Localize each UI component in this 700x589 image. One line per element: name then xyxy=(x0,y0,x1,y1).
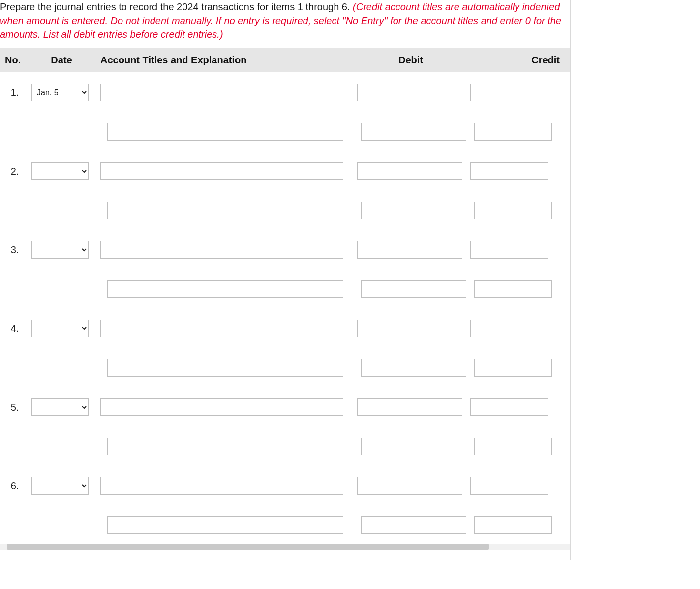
header-no: No. xyxy=(0,55,30,66)
journal-entry-5-line-2 xyxy=(0,438,570,455)
debit-input[interactable] xyxy=(357,241,462,259)
account-input[interactable] xyxy=(107,202,343,219)
account-input[interactable] xyxy=(100,241,343,259)
horizontal-scrollbar[interactable] xyxy=(0,544,570,550)
header-date: Date xyxy=(30,55,93,66)
credit-input[interactable] xyxy=(470,84,548,101)
debit-input[interactable] xyxy=(357,84,462,101)
debit-input[interactable] xyxy=(357,320,462,337)
account-input[interactable] xyxy=(100,162,343,180)
date-select[interactable] xyxy=(31,398,89,416)
header-debit: Debit xyxy=(354,55,467,66)
entry-number: 5. xyxy=(0,402,30,413)
account-input[interactable] xyxy=(107,516,343,534)
date-select[interactable] xyxy=(31,320,89,337)
journal-entry-3-line-2 xyxy=(0,280,570,298)
credit-input[interactable] xyxy=(470,162,548,180)
header-account: Account Titles and Explanation xyxy=(93,55,354,66)
account-input[interactable] xyxy=(107,359,343,377)
debit-input[interactable] xyxy=(361,516,466,534)
account-input[interactable] xyxy=(100,477,343,495)
journal-entry-4-line-1: 4. xyxy=(0,320,570,337)
debit-input[interactable] xyxy=(357,162,462,180)
credit-input[interactable] xyxy=(474,359,552,377)
credit-input[interactable] xyxy=(474,280,552,298)
entry-number: 6. xyxy=(0,480,30,492)
account-input[interactable] xyxy=(100,398,343,416)
debit-input[interactable] xyxy=(361,359,466,377)
table-header: No. Date Account Titles and Explanation … xyxy=(0,48,570,72)
entry-number: 4. xyxy=(0,323,30,334)
entry-number: 3. xyxy=(0,244,30,256)
credit-input[interactable] xyxy=(474,516,552,534)
journal-entry-3-line-1: 3. xyxy=(0,241,570,259)
journal-rows: 1. Jan. 5 2. xyxy=(0,72,570,534)
date-select[interactable] xyxy=(31,241,89,259)
instructions: Prepare the journal entries to record th… xyxy=(0,0,570,48)
debit-input[interactable] xyxy=(357,398,462,416)
journal-entry-4-line-2 xyxy=(0,359,570,377)
credit-input[interactable] xyxy=(474,202,552,219)
account-input[interactable] xyxy=(107,438,343,455)
debit-input[interactable] xyxy=(361,123,466,141)
credit-input[interactable] xyxy=(474,438,552,455)
entry-number: 2. xyxy=(0,166,30,177)
credit-input[interactable] xyxy=(470,477,548,495)
journal-entry-2-line-1: 2. xyxy=(0,162,570,180)
entry-number: 1. xyxy=(0,87,30,98)
debit-input[interactable] xyxy=(361,280,466,298)
journal-entry-6-line-1: 6. xyxy=(0,477,570,495)
journal-entry-6-line-2 xyxy=(0,516,570,534)
account-input[interactable] xyxy=(107,123,343,141)
journal-entry-1-line-1: 1. Jan. 5 xyxy=(0,84,570,101)
account-input[interactable] xyxy=(107,280,343,298)
journal-entry-2-line-2 xyxy=(0,202,570,219)
date-select[interactable]: Jan. 5 xyxy=(31,84,89,101)
header-credit: Credit xyxy=(467,55,561,66)
date-select[interactable] xyxy=(31,162,89,180)
credit-input[interactable] xyxy=(470,320,548,337)
journal-entry-1-line-2 xyxy=(0,123,570,141)
scrollbar-thumb[interactable] xyxy=(7,544,489,550)
date-select[interactable] xyxy=(31,477,89,495)
debit-input[interactable] xyxy=(357,477,462,495)
credit-input[interactable] xyxy=(474,123,552,141)
credit-input[interactable] xyxy=(470,398,548,416)
question-container: Prepare the journal entries to record th… xyxy=(0,0,571,560)
credit-input[interactable] xyxy=(470,241,548,259)
instructions-text: Prepare the journal entries to record th… xyxy=(0,1,353,12)
account-input[interactable] xyxy=(100,320,343,337)
journal-entry-5-line-1: 5. xyxy=(0,398,570,416)
debit-input[interactable] xyxy=(361,438,466,455)
account-input[interactable] xyxy=(100,84,343,101)
debit-input[interactable] xyxy=(361,202,466,219)
